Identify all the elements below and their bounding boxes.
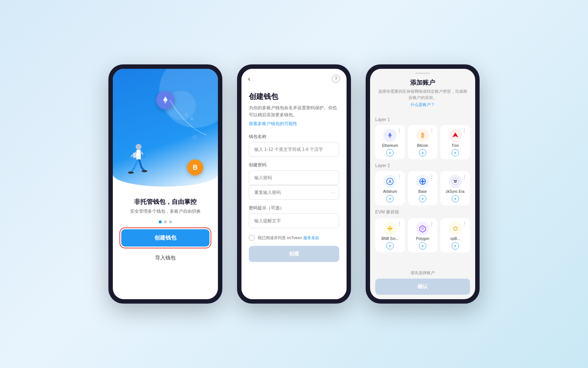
- dot-1: [159, 220, 162, 223]
- chain-more-tron[interactable]: ⋮: [462, 128, 467, 133]
- phone-1: B: [108, 64, 222, 304]
- chain-more-arb[interactable]: ⋮: [397, 174, 402, 179]
- chain-card-opb[interactable]: ⋮ ⬡ opB... +: [440, 218, 470, 252]
- chain-more-zksync[interactable]: ⋮: [462, 174, 467, 179]
- what-is-account-link[interactable]: 什么是账户？: [377, 102, 469, 107]
- svg-point-30: [389, 228, 391, 229]
- hint-input[interactable]: [249, 213, 339, 228]
- page-dots-indicator: [159, 220, 172, 223]
- wallet-name-input[interactable]: [249, 142, 339, 157]
- svg-text:A: A: [389, 180, 391, 184]
- arbitrum-add-button[interactable]: +: [386, 195, 394, 202]
- svg-line-8: [131, 168, 134, 172]
- phone3-chain-list: Layer 1 ⋮ Ethereum + ⋮ ₿ Bitcoin +: [370, 111, 475, 267]
- ethereum-name: Ethereum: [382, 144, 398, 148]
- bitcoin-icon: ₿: [416, 129, 429, 142]
- opb-add-button[interactable]: +: [452, 242, 459, 250]
- svg-point-11: [128, 171, 134, 174]
- polygon-icon: [416, 222, 429, 235]
- chain-more-polygon[interactable]: ⋮: [429, 221, 434, 226]
- tron-name: Tron: [452, 144, 459, 148]
- phone1-title: 非托管钱包，自由掌控: [134, 198, 197, 206]
- create-wallet-desc: 为你的多账户钱包命名并设置密码保护。你也可以稍后添加更多钱包。: [249, 105, 339, 118]
- ethereum-icon: [383, 129, 397, 142]
- bitcoin-name: Bitcoin: [417, 144, 428, 148]
- base-icon: [416, 175, 429, 188]
- create-wallet-button[interactable]: 创建钱包: [121, 229, 209, 247]
- wallet-name-label: 钱包名称: [249, 134, 339, 140]
- phone1-subtitle: 安全管理多个钱包，多账户自由切换: [130, 208, 201, 215]
- create-button[interactable]: 创建: [249, 246, 339, 262]
- bitcoin-add-button[interactable]: +: [419, 149, 426, 156]
- phone1-screen: B: [113, 69, 218, 299]
- ethereum-add-button[interactable]: +: [386, 149, 394, 156]
- phone3-topbar: 添加账户 选择你需要的区块链网络或特定账户类型，完成相应账户的添加。 什么是账户…: [370, 76, 475, 111]
- chain-card-zksync[interactable]: ⋮ zkSync Era +: [440, 171, 470, 205]
- terms-checkbox[interactable]: [249, 235, 255, 241]
- terms-checkbox-row: 我已阅读并同意 imToken 服务条款: [249, 235, 339, 241]
- explore-link[interactable]: 探索多账户钱包的可能性: [249, 121, 339, 127]
- svg-line-10: [141, 167, 144, 170]
- phone1-body: 非托管钱包，自由掌控 安全管理多个钱包，多账户自由切换 创建钱包 导入钱包: [114, 187, 217, 299]
- base-add-button[interactable]: +: [419, 195, 426, 202]
- chain-more-opb[interactable]: ⋮: [462, 221, 467, 226]
- eye-icon: ···: [331, 190, 335, 195]
- layer1-label: Layer 1: [375, 117, 470, 122]
- opb-icon: ⬡: [449, 222, 462, 235]
- add-account-title: 添加账户: [377, 78, 469, 87]
- select-hint: 请先选择账户: [375, 270, 470, 276]
- create-wallet-title: 创建钱包: [249, 92, 339, 102]
- phone1-illustration: B: [113, 69, 218, 187]
- layer2-grid: ⋮ A Arbitrum + ⋮ Base +: [375, 171, 470, 205]
- add-account-desc: 选择你需要的区块链网络或特定账户类型，完成相应账户的添加。: [377, 88, 469, 100]
- base-name: Base: [419, 190, 427, 194]
- dot-3: [169, 220, 172, 223]
- chain-card-ethereum[interactable]: ⋮ Ethereum +: [375, 125, 405, 159]
- confirm-button[interactable]: 确认: [375, 279, 470, 295]
- help-icon[interactable]: ?: [332, 75, 340, 83]
- phone3-screen: 添加账户 选择你需要的区块链网络或特定账户类型，完成相应账户的添加。 什么是账户…: [370, 69, 475, 299]
- dot-decoration-2: [192, 135, 198, 141]
- terms-link[interactable]: 服务条款: [303, 236, 319, 240]
- terms-text: 我已阅读并同意 imToken 服务条款: [258, 235, 319, 241]
- tron-add-button[interactable]: +: [452, 149, 459, 156]
- chain-more-bnb[interactable]: ⋮: [397, 221, 402, 226]
- chain-card-polygon[interactable]: ⋮ Polygon +: [408, 218, 438, 252]
- tron-icon: [449, 129, 462, 142]
- chain-more-base[interactable]: ⋮: [429, 174, 434, 179]
- bnb-add-button[interactable]: +: [386, 242, 394, 250]
- svg-rect-6: [143, 153, 146, 158]
- evm-grid: ⋮ BNB Sm... + ⋮ Polygon +: [375, 218, 470, 252]
- phone3-footer: 请先选择账户 确认: [370, 267, 475, 299]
- eth-coin-icon: [156, 91, 175, 109]
- arbitrum-name: Arbitrum: [383, 190, 397, 194]
- chain-more-bitcoin[interactable]: ⋮: [429, 128, 434, 133]
- phone2-content: 创建钱包 为你的多账户钱包命名并设置密码保护。你也可以稍后添加更多钱包。 探索多…: [241, 86, 347, 299]
- password-input[interactable]: [249, 170, 339, 185]
- phone2-screen: ‹ ? 创建钱包 为你的多账户钱包命名并设置密码保护。你也可以稍后添加更多钱包。…: [241, 69, 347, 299]
- dot-decoration-1: [185, 113, 189, 117]
- bnb-name: BNB Sm...: [381, 237, 399, 241]
- confirm-password-input[interactable]: [249, 185, 339, 200]
- btc-coin-icon: B: [187, 159, 203, 176]
- chain-card-arbitrum[interactable]: ⋮ A Arbitrum +: [375, 171, 405, 205]
- chain-card-tron[interactable]: ⋮ Tron +: [440, 125, 470, 159]
- chain-more-ethereum[interactable]: ⋮: [397, 128, 402, 133]
- chain-card-bitcoin[interactable]: ⋮ ₿ Bitcoin +: [408, 125, 438, 159]
- polygon-add-button[interactable]: +: [419, 242, 426, 250]
- import-wallet-button[interactable]: 导入钱包: [121, 250, 209, 266]
- svg-marker-17: [452, 132, 458, 137]
- svg-rect-13: [133, 153, 136, 158]
- drag-handle: [415, 72, 430, 74]
- back-icon[interactable]: ‹: [248, 75, 250, 83]
- evm-label: EVM 兼容链: [375, 209, 470, 215]
- zksync-add-button[interactable]: +: [452, 195, 459, 202]
- chain-card-base[interactable]: ⋮ Base +: [408, 171, 438, 205]
- svg-line-7: [134, 160, 138, 168]
- phone2-topbar: ‹ ?: [241, 69, 347, 86]
- phone-3: 添加账户 选择你需要的区块链网络或特定账户类型，完成相应账户的添加。 什么是账户…: [366, 64, 480, 304]
- svg-line-9: [139, 160, 141, 167]
- svg-rect-3: [136, 150, 141, 160]
- chain-card-bnb[interactable]: ⋮ BNB Sm... +: [375, 218, 405, 252]
- zksync-icon: [449, 175, 462, 188]
